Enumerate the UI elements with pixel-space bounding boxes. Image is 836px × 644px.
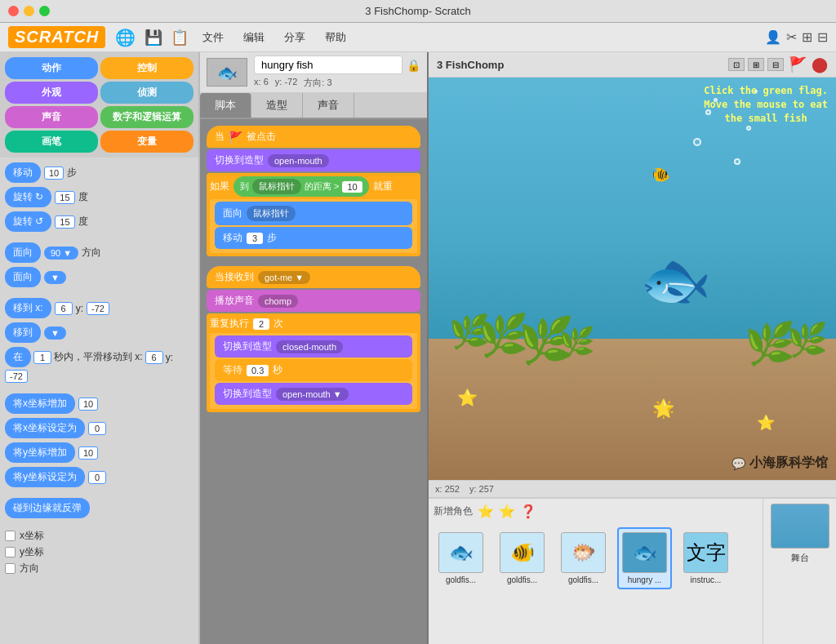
menu-share[interactable]: 分享: [276, 27, 314, 48]
if-block[interactable]: 如果 到 鼠标指针 的距离 > 10 就重 面向 鼠标指针: [207, 173, 420, 256]
copy-icon[interactable]: 📋: [171, 29, 189, 47]
question-sprite-btn[interactable]: ❓: [520, 504, 536, 519]
category-sound[interactable]: 声音: [5, 106, 98, 128]
block-face-direction[interactable]: 面向 90 ▼ 方向: [5, 242, 193, 263]
goto-y-value[interactable]: -72: [87, 302, 109, 315]
block-bounce[interactable]: 碰到边缘就反弹: [5, 498, 193, 518]
set-x-block[interactable]: 将x坐标设定为: [5, 418, 85, 438]
menu-edit[interactable]: 编辑: [235, 27, 273, 48]
category-variable[interactable]: 变量: [100, 131, 193, 153]
block-goto-sprite[interactable]: 移到 ▼: [5, 322, 193, 343]
lock-icon[interactable]: 🔒: [407, 59, 420, 72]
set-x-value[interactable]: 0: [88, 422, 106, 435]
user-icon[interactable]: 👤: [765, 29, 781, 45]
tab-costumes[interactable]: 造型: [251, 93, 303, 118]
sprite-item-2[interactable]: 🐡 goldfis...: [556, 527, 611, 589]
sprite-item-1[interactable]: 🐠 goldfis...: [495, 527, 549, 589]
move-steps-value[interactable]: 10: [44, 167, 64, 180]
goto-xy-block[interactable]: 移到 x:: [5, 298, 51, 318]
maximize-button[interactable]: [39, 6, 50, 16]
sprite-name-field[interactable]: hungry fish: [254, 56, 402, 74]
rotate-left-value[interactable]: 15: [55, 215, 74, 229]
block-switch-open[interactable]: 切换到造型 open-mouth ▼: [215, 383, 412, 405]
block-switch-closed[interactable]: 切换到造型 closed-mouth: [215, 335, 412, 358]
change-x-block[interactable]: 将x坐标增加: [5, 393, 75, 414]
block-rotate-right[interactable]: 旋转 ↻ 15 度: [5, 187, 193, 207]
stage-canvas[interactable]: Click the green flag.Move the mouse to e…: [429, 78, 836, 480]
set-y-block[interactable]: 将y坐标设定为: [5, 467, 85, 487]
glide-secs[interactable]: 1: [33, 351, 51, 364]
goto-sprite-block[interactable]: 移到: [5, 322, 41, 343]
block-switch-costume-1[interactable]: 切换到造型 open-mouth: [207, 149, 420, 171]
checkbox-x[interactable]: x坐标: [5, 529, 193, 543]
save-icon[interactable]: 💾: [145, 29, 162, 47]
goto-x-value[interactable]: 6: [55, 302, 73, 315]
toward-dropdown[interactable]: ▼: [44, 271, 66, 284]
stage-thumb[interactable]: [771, 504, 829, 549]
block-change-y[interactable]: 将y坐标增加 10: [5, 442, 193, 463]
bounce-block[interactable]: 碰到边缘就反弹: [5, 498, 90, 518]
set-y-value[interactable]: 0: [88, 471, 106, 484]
category-pen[interactable]: 画笔: [5, 131, 98, 153]
stop-button[interactable]: ⬤: [812, 56, 828, 73]
tab-scripts[interactable]: 脚本: [200, 93, 251, 118]
hat-green-flag[interactable]: 当 🚩 被点击: [207, 126, 420, 148]
change-y-value[interactable]: 10: [78, 446, 98, 460]
repeat-block[interactable]: 重复执行 2 次 切换到造型 closed-mouth 等待 0.3 秒: [207, 313, 420, 412]
expand-icon-3[interactable]: ⊟: [767, 58, 784, 71]
block-move-3[interactable]: 移动 3 步: [215, 227, 412, 249]
block-wait[interactable]: 等待 0.3 秒: [215, 359, 412, 381]
expand-icon-2[interactable]: ⊞: [748, 58, 764, 71]
face-toward-block[interactable]: 面向: [5, 267, 41, 287]
rotate-right-block[interactable]: 旋转 ↻: [5, 187, 51, 207]
block-set-x[interactable]: 将x坐标设定为 0: [5, 418, 193, 438]
block-goto-xy[interactable]: 移到 x: 6 y: -72: [5, 298, 193, 318]
paint-sprite-btn[interactable]: ⭐: [478, 504, 494, 519]
rotate-right-value[interactable]: 15: [55, 191, 74, 204]
stamp-sprite-btn[interactable]: ⭐: [499, 504, 515, 519]
checkbox-y[interactable]: y坐标: [5, 545, 193, 559]
green-flag-button[interactable]: 🚩: [789, 56, 807, 73]
glide-x[interactable]: 6: [145, 351, 163, 364]
scripts-canvas[interactable]: 当 🚩 被点击 切换到造型 open-mouth 如果 到 鼠标指针: [200, 119, 427, 644]
category-sensing[interactable]: 侦测: [100, 82, 193, 104]
block-move[interactable]: 移动 10 步: [5, 162, 193, 183]
close-button[interactable]: [8, 6, 19, 16]
sprite-item-4[interactable]: 文字 instruc...: [678, 527, 733, 589]
category-motion[interactable]: 动作: [5, 57, 98, 79]
block-play-sound[interactable]: 播放声音 chomp: [207, 290, 420, 312]
block-set-y[interactable]: 将y坐标设定为 0: [5, 467, 193, 487]
block-glide[interactable]: 在 1 秒内，平滑移动到 x: 6 y: -72: [5, 347, 193, 383]
condition-block[interactable]: 到 鼠标指针 的距离 > 10: [233, 176, 369, 197]
change-y-block[interactable]: 将y坐标增加: [5, 442, 75, 463]
block-face-mouse[interactable]: 面向 鼠标指针: [215, 202, 412, 225]
block-change-x[interactable]: 将x坐标增加 10: [5, 393, 193, 414]
sprite-item-0[interactable]: 🐟 goldfis...: [434, 527, 488, 589]
minimize-button[interactable]: [24, 6, 34, 16]
glide-y[interactable]: -72: [5, 370, 28, 383]
menu-help[interactable]: 帮助: [317, 27, 354, 48]
globe-icon[interactable]: 🌐: [115, 28, 136, 47]
block-face-toward[interactable]: 面向 ▼: [5, 267, 193, 287]
glide-block[interactable]: 在: [5, 347, 31, 367]
expand-icon[interactable]: ⊞: [802, 29, 812, 45]
move-block[interactable]: 移动: [5, 162, 41, 183]
cb-dir[interactable]: [5, 563, 16, 574]
expand-icon-1[interactable]: ⊡: [728, 58, 745, 71]
category-control[interactable]: 控制: [100, 57, 193, 79]
grid-icon[interactable]: ⊟: [817, 29, 828, 45]
goto-sprite-dropdown[interactable]: ▼: [44, 326, 66, 340]
category-looks[interactable]: 外观: [5, 82, 98, 104]
category-operator[interactable]: 数字和逻辑运算: [100, 106, 193, 128]
change-x-value[interactable]: 10: [78, 398, 98, 411]
face-dir-block[interactable]: 面向: [5, 242, 41, 263]
hat-received[interactable]: 当接收到 got-me ▼: [207, 266, 420, 288]
cb-x[interactable]: [5, 531, 16, 541]
cb-y[interactable]: [5, 547, 16, 557]
block-rotate-left[interactable]: 旋转 ↺ 15 度: [5, 211, 193, 232]
rotate-left-block[interactable]: 旋转 ↺: [5, 211, 51, 232]
tab-sounds[interactable]: 声音: [303, 93, 354, 118]
checkbox-dir[interactable]: 方向: [5, 562, 193, 575]
sprite-item-3[interactable]: 🐟 hungry ...: [617, 527, 672, 589]
cursor-icon[interactable]: ✂: [786, 29, 797, 45]
